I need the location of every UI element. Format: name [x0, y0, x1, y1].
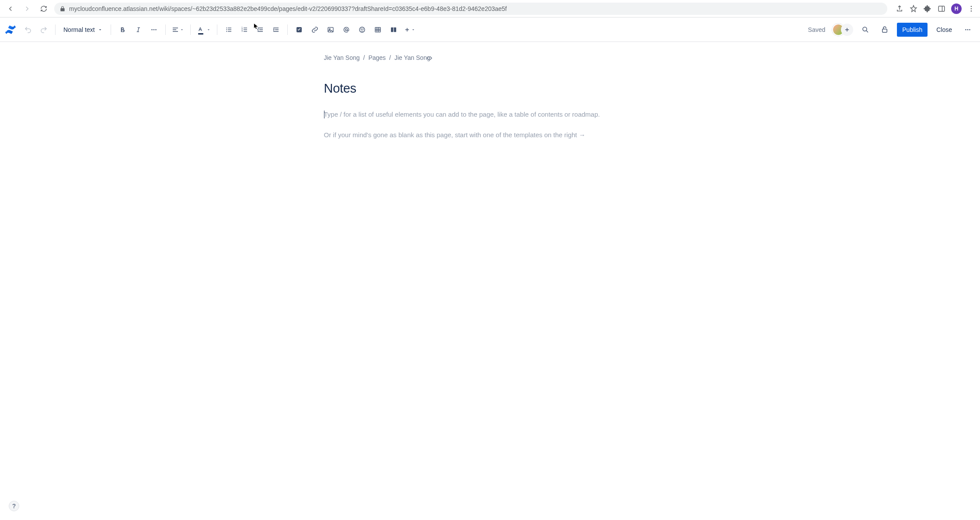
bold-button[interactable] [115, 23, 129, 37]
add-collaborator-button[interactable] [841, 24, 853, 36]
text-cursor [324, 111, 324, 118]
bullet-list-button[interactable] [222, 23, 236, 37]
confluence-logo[interactable] [5, 24, 16, 35]
close-button[interactable]: Close [933, 23, 956, 37]
breadcrumb-separator: / [389, 54, 391, 61]
text-style-dropdown[interactable]: Normal text [60, 23, 106, 37]
color-swatch [198, 33, 203, 35]
svg-rect-11 [228, 29, 231, 30]
share-icon[interactable] [895, 4, 904, 13]
link-button[interactable] [308, 23, 322, 37]
editor-toolbar-right: Saved Publish Close [808, 23, 975, 37]
layouts-button[interactable] [387, 23, 401, 37]
nav-back-button[interactable] [4, 3, 17, 15]
toolbar-separator [111, 24, 111, 35]
text-style-label: Normal text [63, 26, 95, 33]
svg-point-29 [863, 27, 867, 31]
svg-point-8 [226, 29, 227, 30]
toolbar-separator [190, 24, 191, 35]
help-icon: ? [12, 503, 16, 510]
document: Jie Yan Song / Pages / Jie Yan Song Note… [324, 42, 656, 140]
help-button[interactable]: ? [9, 501, 19, 511]
svg-point-23 [359, 27, 365, 32]
svg-rect-26 [375, 27, 380, 32]
redo-button[interactable] [37, 23, 51, 37]
svg-rect-30 [882, 29, 887, 32]
table-button[interactable] [371, 23, 385, 37]
svg-rect-16 [244, 28, 247, 28]
numbered-list-button[interactable]: 123 [237, 23, 251, 37]
svg-point-22 [345, 28, 347, 31]
toolbar-separator [165, 24, 166, 35]
url-text: mycloudconfluence.atlassian.net/wiki/spa… [69, 5, 507, 12]
svg-rect-27 [391, 27, 393, 32]
toolbar-separator [287, 24, 288, 35]
image-button[interactable] [324, 23, 338, 37]
svg-point-2 [971, 8, 972, 9]
svg-point-25 [363, 29, 363, 29]
svg-rect-10 [228, 28, 231, 28]
mention-button[interactable] [339, 23, 353, 37]
svg-point-24 [361, 29, 361, 29]
page-width-toggle[interactable] [425, 54, 433, 62]
breadcrumb-separator: / [363, 54, 365, 61]
undo-button[interactable] [21, 23, 35, 37]
sidepanel-icon[interactable] [937, 4, 946, 13]
profile-avatar[interactable]: H [951, 3, 962, 14]
svg-point-7 [226, 28, 227, 28]
editor-content-area[interactable]: Jie Yan Song / Pages / Jie Yan Song Note… [0, 42, 980, 520]
text-color-dropdown[interactable] [195, 23, 213, 37]
svg-rect-12 [228, 31, 231, 31]
kebab-menu-icon[interactable] [967, 4, 976, 13]
page-title[interactable]: Notes [324, 81, 656, 96]
svg-text:3: 3 [241, 30, 243, 32]
toolbar-separator [217, 24, 217, 35]
outdent-button[interactable] [253, 23, 267, 37]
reload-button[interactable] [38, 3, 50, 15]
svg-point-4 [151, 29, 153, 30]
svg-point-31 [965, 29, 966, 30]
request-changes-button[interactable] [878, 23, 892, 37]
find-replace-button[interactable] [858, 23, 872, 37]
svg-rect-18 [244, 31, 247, 31]
emoji-button[interactable] [355, 23, 369, 37]
nav-forward-button[interactable] [21, 3, 33, 15]
svg-point-5 [153, 29, 154, 30]
placeholder-secondary-text: Or if your mind's gone as blank as this … [324, 131, 586, 139]
editor-placeholder-primary[interactable]: Type / for a list of useful elements you… [324, 110, 656, 120]
svg-point-3 [971, 10, 972, 11]
svg-rect-17 [244, 29, 247, 30]
editor-toolbar: Normal text 123 [0, 17, 980, 42]
publish-button[interactable]: Publish [897, 23, 928, 37]
lock-icon [59, 6, 66, 12]
svg-rect-0 [938, 6, 945, 11]
breadcrumb-pages[interactable]: Pages [368, 54, 386, 61]
browser-chrome: mycloudconfluence.atlassian.net/wiki/spa… [0, 0, 980, 17]
action-item-button[interactable] [292, 23, 306, 37]
breadcrumbs: Jie Yan Song / Pages / Jie Yan Song [324, 54, 656, 61]
svg-point-6 [155, 29, 157, 30]
italic-button[interactable] [131, 23, 145, 37]
avatar-initial: H [955, 6, 959, 12]
svg-rect-28 [394, 27, 396, 32]
svg-point-32 [967, 29, 969, 30]
indent-button[interactable] [269, 23, 283, 37]
more-actions-button[interactable] [961, 23, 975, 37]
svg-point-21 [329, 28, 330, 30]
align-dropdown[interactable] [170, 23, 186, 37]
editor-placeholder-secondary: Or if your mind's gone as blank as this … [324, 130, 656, 140]
svg-point-9 [226, 31, 227, 32]
insert-dropdown[interactable] [402, 23, 417, 37]
bookmark-icon[interactable] [909, 4, 918, 13]
breadcrumb-space[interactable]: Jie Yan Song [324, 54, 360, 61]
publish-label: Publish [902, 26, 922, 33]
chrome-actions: H [892, 3, 976, 14]
url-bar[interactable]: mycloudconfluence.atlassian.net/wiki/spa… [54, 3, 887, 15]
svg-point-33 [969, 29, 970, 30]
save-status: Saved [808, 26, 826, 33]
chevron-down-icon [98, 27, 103, 32]
more-formatting-button[interactable] [147, 23, 161, 37]
extensions-icon[interactable] [923, 4, 932, 13]
close-label: Close [936, 26, 952, 33]
svg-point-1 [971, 6, 972, 7]
